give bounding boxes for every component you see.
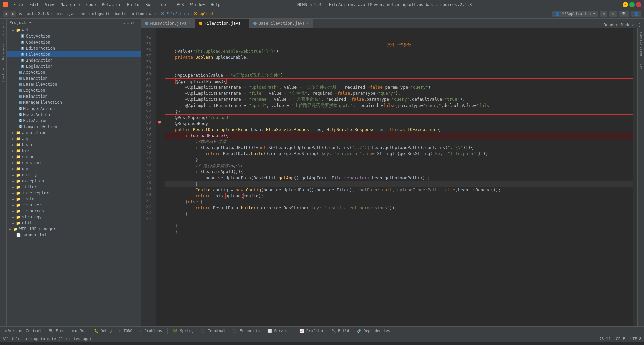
profile-button[interactable]: 👤 MSApplication ▾ [552,11,598,17]
tree-item-biz[interactable]: ▶📁biz [7,148,141,154]
locate-button[interactable]: ⊕ [122,20,125,25]
tree-item-templateaction[interactable]: CTemplateAction [7,124,141,130]
tree-item-cityaction[interactable]: CCityAction [7,33,141,39]
tree-item-editoraction[interactable]: CEditorAction [7,45,141,51]
tree-item-util[interactable]: ▶📁util [7,220,141,226]
tab-close-mcmsaction[interactable]: × [189,22,191,25]
menu-run[interactable]: Run [143,2,155,8]
breadcrumb-jar[interactable]: ms-basic-2.1.8-sources.jar [18,12,75,16]
menu-file[interactable]: File [11,2,26,8]
menu-vcs[interactable]: VCS [174,2,187,8]
services-tab[interactable]: ⬜ Services [264,328,296,334]
back-button[interactable]: ◀ [3,11,9,17]
tree-item-codeaction[interactable]: CCodeAction [7,39,141,45]
menu-window[interactable]: Window [187,2,207,8]
dependencies-tab[interactable]: 🔗 Dependencies [354,328,394,334]
profiler-tab[interactable]: 📈 Profiler [296,328,327,334]
maximize-button[interactable]: □ [629,2,635,7]
tree-item-annotation[interactable]: ▶📁annotation [7,130,141,136]
tree-item-indexaction[interactable]: CIndexAction [7,57,141,63]
menu-tools[interactable]: Tools [156,2,173,8]
menu-refactor[interactable]: Refactor [99,2,124,8]
tree-item-resources[interactable]: ▶📁resources [7,208,141,214]
tree-item-strategy[interactable]: ▶📁strategy [7,214,141,220]
tree-item-bean[interactable]: ▶📁bean [7,142,141,148]
tree-item-entity[interactable]: ▶📁entity [7,172,141,178]
tree-item-modelaction[interactable]: CModelAction [7,112,141,118]
charset[interactable]: UTF-8 [630,337,641,341]
tree-item-realm[interactable]: ▶📁realm [7,196,141,202]
menu-build[interactable]: Build [124,2,142,8]
breadcrumb-web[interactable]: web [149,12,156,16]
endpoints-tab[interactable]: ⬛ Endpoints [229,328,263,334]
breadcrumb-upload[interactable]: ⦿ upload [194,12,213,16]
tree-item-managefileaction[interactable]: CManageFileAction [7,99,141,106]
minimize-button[interactable]: − [623,2,628,7]
menu-view[interactable]: View [42,2,57,8]
tree-item-constant[interactable]: ▶📁constant [7,160,141,166]
breadcrumb-basic[interactable]: basic [115,12,126,16]
terminal-tab[interactable]: ⬛ Terminal [198,328,229,334]
structure-label[interactable]: Structure [1,65,6,87]
menu-edit[interactable]: Edit [26,2,42,8]
settings-button[interactable]: ⚙ [609,11,617,17]
breadcrumb-mingsoft[interactable]: mingsoft [92,12,110,16]
tree-item-appaction[interactable]: CAppAction [7,69,141,75]
search-button[interactable]: 🔍 [619,11,629,17]
tab-basefileaction[interactable]: BaseFileAction.java × [249,19,313,28]
version-control-tab[interactable]: Version Control [1,328,45,334]
sidebar-settings[interactable]: ⚙ [131,20,133,25]
spring-tab[interactable]: 🌿 Spring [170,328,197,334]
collapse-button[interactable]: ≡ [127,20,129,25]
code-content[interactable]: 文件上传参数 @Value("{ms.upload.enable-web:tru… [164,28,633,326]
tree-item-manageraction[interactable]: CManagerAction [7,106,141,112]
todo-tab[interactable]: ☑ TODO [116,328,136,334]
tree-item-exception[interactable]: ▶📁exception [7,178,141,184]
tree-item-aop[interactable]: ▶📁aop [7,136,141,142]
refresh-button[interactable]: ↻ [600,11,608,17]
code-editor[interactable]: 5455565758596061626364656667686970717273… [141,28,644,326]
tree-item-interceptor[interactable]: ▶📁interceptor [7,190,141,196]
problems-tab[interactable]: ⚠ Problems [137,328,165,334]
right-scrollbar-gutter[interactable] [633,28,637,326]
line-ending[interactable]: CRLF [616,337,625,341]
tree-item-roleaction[interactable]: CRoleAction [7,118,141,124]
tab-close-fileaction[interactable]: × [243,22,245,25]
cursor-position[interactable]: 76:14 [599,337,610,341]
project-label[interactable]: Project [1,20,6,38]
tree-item-web-inf.manager[interactable]: ▶📁WEB-INF.manager [7,226,141,232]
tree-item-web[interactable]: ▶📁web [7,27,141,33]
breadcrumb-net[interactable]: net [80,12,87,16]
debug-tab[interactable]: 🐛 Debug [91,328,115,334]
tree-item-logaction[interactable]: CLogAction [7,87,141,93]
forward-button[interactable]: ▶ [10,11,17,17]
user-button[interactable]: 👤 [631,11,641,17]
close-button[interactable]: × [636,2,641,7]
build-tab[interactable]: 🔨 Build [328,328,353,334]
tree-item-resolver[interactable]: ▶📁resolver [7,202,141,208]
reader-mode-btn[interactable]: Reader Mode ✓ [604,22,635,28]
tab-fileaction[interactable]: FileAction.java × [195,19,249,28]
tree-item-mainaction[interactable]: CMainAction [7,93,141,99]
breadcrumb-action[interactable]: action [131,12,144,16]
breadcrumb-fileaction[interactable]: ⦿ FileAction [161,12,189,16]
git-label[interactable]: Git [639,61,643,72]
tab-mcmsaction[interactable]: MCmsAction.java × [141,19,195,28]
tree-item-loginaction[interactable]: CLoginAction [7,63,141,69]
more-tabs-btn[interactable]: ⋮ [637,23,641,27]
tree-item-fileaction[interactable]: CFileAction [7,51,141,57]
notifications-label[interactable]: Notifications [639,29,643,58]
tab-close-basefileaction[interactable]: × [307,22,309,25]
menu-code[interactable]: Code [84,2,99,8]
menu-help[interactable]: Help [208,2,223,8]
find-tab[interactable]: 🔍 Find [45,328,68,334]
tree-item-baseaction[interactable]: CBaseAction [7,75,141,81]
tree-item-filter[interactable]: ▶📁filter [7,184,141,190]
tree-item-dao[interactable]: ▶📁dao [7,166,141,172]
bookmarks-label[interactable]: Bookmarks [1,41,6,63]
run-tab[interactable]: ▶ Run [68,328,90,334]
tree-item-banner.txt[interactable]: 📄banner.txt [7,232,141,238]
sidebar-minimize[interactable]: − [135,20,138,25]
menu-navigate[interactable]: Navigate [58,2,83,8]
tree-item-cache[interactable]: ▶📁cache [7,154,141,160]
